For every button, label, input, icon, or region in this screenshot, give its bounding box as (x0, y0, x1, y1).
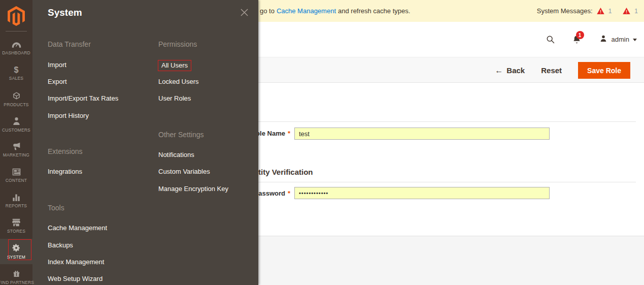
role-name-input[interactable] (294, 128, 550, 140)
password-input[interactable] (294, 187, 550, 199)
flyout-section-extensions: Extensions (48, 147, 82, 155)
menu-item-backups[interactable]: Backups (48, 241, 73, 249)
menu-item-manage-encryption-key[interactable]: Manage Encryption Key (158, 185, 228, 193)
stores-icon (12, 218, 21, 227)
warning-icon (623, 8, 630, 14)
sidebar-item-customers[interactable]: CUSTOMERS (0, 112, 32, 137)
back-button[interactable]: ← Back (495, 66, 525, 75)
magento-admin-screen: go to Cache Management and refresh cache… (0, 0, 644, 285)
system-gear-icon (12, 243, 21, 252)
menu-item-integrations[interactable]: Integrations (48, 168, 82, 176)
admin-sidebar: DASHBOARD $ SALES PRODUCTS CUSTOMERS (0, 0, 32, 285)
menu-item-cache-management[interactable]: Cache Management (48, 224, 107, 232)
warning-icon (597, 8, 604, 14)
user-icon (599, 34, 608, 45)
identity-verification-heading: tity Verification (258, 168, 313, 176)
products-icon (12, 91, 21, 100)
find-partners-icon (12, 269, 21, 278)
menu-item-locked-users[interactable]: Locked Users (158, 78, 198, 86)
required-asterisk: * (288, 130, 290, 137)
customers-icon (13, 117, 20, 125)
sidebar-item-stores[interactable]: STORES (0, 213, 32, 239)
notification-count-badge: 1 (576, 31, 584, 39)
flyout-section-other-settings: Other Settings (158, 131, 204, 139)
sidebar-item-reports[interactable]: REPORTS (0, 188, 32, 213)
dashboard-icon (12, 42, 21, 48)
sidebar-item-dashboard[interactable]: DASHBOARD (0, 36, 32, 61)
marketing-icon (12, 142, 21, 150)
cache-management-link[interactable]: Cache Management (277, 7, 336, 15)
flyout-title: System (48, 7, 82, 18)
system-flyout-menu: System Data Transfer Import Export Impor… (32, 0, 258, 285)
sidebar-item-content[interactable]: CONTENT (0, 163, 32, 188)
menu-item-export[interactable]: Export (48, 78, 67, 86)
flyout-section-tools: Tools (48, 204, 64, 212)
menu-item-import-history[interactable]: Import History (48, 112, 89, 120)
close-icon[interactable] (240, 8, 249, 17)
menu-item-web-setup-wizard[interactable]: Web Setup Wizard (48, 275, 103, 283)
menu-item-index-management[interactable]: Index Management (48, 258, 104, 266)
menu-item-import[interactable]: Import (48, 61, 66, 69)
menu-item-custom-variables[interactable]: Custom Variables (158, 168, 210, 176)
system-messages-label: System Messages: (537, 7, 593, 15)
sidebar-item-marketing[interactable]: MARKETING (0, 137, 32, 163)
chevron-down-icon (633, 39, 637, 41)
flyout-section-data-transfer: Data Transfer (48, 40, 91, 48)
system-messages-count-1[interactable]: 1 (608, 8, 612, 15)
sidebar-divider (6, 31, 27, 31)
save-role-button[interactable]: Save Role (578, 62, 630, 79)
message-prefix: go to (260, 7, 275, 15)
menu-item-user-roles[interactable]: User Roles (158, 94, 191, 103)
notifications-bell-icon[interactable]: 1 (572, 35, 582, 44)
menu-item-all-users[interactable]: All Users (158, 60, 191, 71)
message-suffix: and refresh cache types. (338, 7, 410, 15)
reset-button[interactable]: Reset (541, 66, 562, 75)
search-icon[interactable] (545, 34, 556, 45)
reports-icon (12, 194, 20, 201)
required-asterisk: * (288, 189, 290, 197)
sidebar-item-find-partners[interactable]: FIND PARTNERS (0, 264, 32, 285)
back-arrow-icon: ← (495, 67, 503, 75)
sales-icon: $ (14, 67, 19, 74)
cache-invalidated-message: go to Cache Management and refresh cache… (260, 0, 410, 22)
sidebar-item-system[interactable]: SYSTEM (0, 239, 32, 264)
system-messages-count-2[interactable]: 1 (634, 8, 638, 15)
admin-account-menu[interactable]: admin (599, 34, 637, 45)
menu-item-notifications[interactable]: Notifications (158, 151, 194, 159)
magento-logo[interactable] (0, 0, 32, 28)
content-icon (12, 168, 21, 176)
system-messages-group: System Messages: 1 1 (537, 0, 638, 22)
sidebar-item-sales[interactable]: $ SALES (0, 61, 32, 86)
menu-item-import-export-tax-rates[interactable]: Import/Export Tax Rates (48, 94, 118, 103)
sidebar-item-products[interactable]: PRODUCTS (0, 86, 32, 112)
flyout-section-permissions: Permissions (158, 40, 197, 48)
admin-username: admin (612, 36, 629, 43)
